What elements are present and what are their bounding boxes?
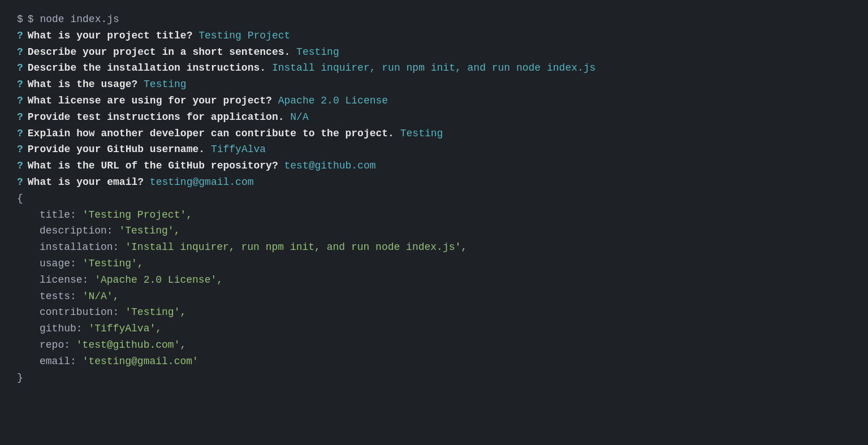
value-contribution: 'Testing', (125, 304, 186, 321)
key-email: email: (40, 353, 83, 370)
question-text-1: What is your project title? (28, 28, 198, 44)
answer-4: Testing (144, 76, 187, 93)
question-mark-4: ? (17, 76, 23, 93)
output-github: github: 'TiffyAlva', (17, 321, 851, 337)
prompt-description: ? Describe your project in a short sente… (17, 44, 851, 61)
question-mark-9: ? (17, 158, 23, 174)
question-text-4: What is the usage? (28, 76, 144, 93)
open-brace-line: { (17, 191, 851, 207)
answer-2: Testing (296, 44, 339, 61)
output-email: email: 'testing@gmail.com' (17, 353, 851, 370)
output-usage: usage: 'Testing', (17, 256, 851, 272)
prompt-github: ? Provide your GitHub username. TiffyAlv… (17, 141, 851, 158)
question-text-6: Provide test instructions for applicatio… (28, 109, 290, 126)
answer-3: Install inquirer, run npm init, and run … (272, 60, 596, 76)
output-installation: installation: 'Install inquirer, run npm… (17, 239, 851, 256)
answer-10: testing@gmail.com (150, 174, 254, 191)
close-brace-line: } (17, 370, 851, 386)
question-text-2: Describe your project in a short sentenc… (28, 44, 296, 61)
output-tests: tests: 'N/A', (17, 288, 851, 305)
question-text-7: Explain how another developer can contri… (28, 126, 400, 142)
terminal: $ $ node index.js ? What is your project… (17, 11, 851, 386)
question-mark-3: ? (17, 60, 23, 76)
command-text: $ node index.js (28, 11, 119, 28)
key-contribution: contribution: (40, 304, 125, 321)
key-installation: installation: (40, 239, 125, 256)
prompt-tests: ? Provide test instructions for applicat… (17, 109, 851, 126)
question-mark-8: ? (17, 141, 23, 158)
dollar-prompt: $ (17, 11, 23, 28)
value-tests: 'N/A', (83, 288, 119, 305)
answer-9: test@github.com (284, 158, 376, 174)
close-brace: } (17, 370, 23, 386)
value-email: 'testing@gmail.com' (83, 353, 198, 370)
answer-6: N/A (290, 109, 308, 126)
prompt-email: ? What is your email? testing@gmail.com (17, 174, 851, 191)
prompt-license: ? What license are using for your projec… (17, 93, 851, 109)
question-mark-1: ? (17, 28, 23, 44)
output-contribution: contribution: 'Testing', (17, 304, 851, 321)
value-license: 'Apache 2.0 License', (94, 272, 223, 288)
question-mark-5: ? (17, 93, 23, 109)
prompt-usage: ? What is the usage? Testing (17, 76, 851, 93)
output-title: title: 'Testing Project', (17, 207, 851, 223)
key-tests: tests: (40, 288, 83, 305)
value-description: 'Testing', (119, 223, 180, 239)
value-usage: 'Testing', (83, 256, 144, 272)
key-description: description: (40, 223, 119, 239)
question-text-9: What is the URL of the GitHub repository… (28, 158, 284, 174)
value-github: 'TiffyAlva', (88, 321, 162, 337)
open-brace: { (17, 191, 23, 207)
question-mark-2: ? (17, 44, 23, 61)
question-text-8: Provide your GitHub username. (28, 141, 211, 158)
answer-8: TiffyAlva (211, 141, 266, 158)
key-usage: usage: (40, 256, 83, 272)
key-repo: repo: (40, 337, 76, 353)
question-mark-7: ? (17, 126, 23, 142)
prompt-repo: ? What is the URL of the GitHub reposito… (17, 158, 851, 174)
prompt-installation: ? Describe the installation instructions… (17, 60, 851, 76)
key-license: license: (40, 272, 94, 288)
value-repo: 'test@github.com', (76, 337, 186, 353)
output-description: description: 'Testing', (17, 223, 851, 239)
key-title: title: (40, 207, 83, 223)
value-title: 'Testing Project', (83, 207, 192, 223)
question-text-10: What is your email? (28, 174, 150, 191)
question-mark-6: ? (17, 109, 23, 126)
answer-1: Testing Project (198, 28, 290, 44)
prompt-title: ? What is your project title? Testing Pr… (17, 28, 851, 44)
answer-7: Testing (400, 126, 443, 142)
value-installation: 'Install inquirer, run npm init, and run… (125, 239, 467, 256)
question-text-5: What license are using for your project? (28, 93, 278, 109)
output-license: license: 'Apache 2.0 License', (17, 272, 851, 288)
command-line: $ $ node index.js (17, 11, 851, 28)
question-mark-10: ? (17, 174, 23, 191)
question-text-3: Describe the installation instructions. (28, 60, 272, 76)
key-github: github: (40, 321, 88, 337)
prompt-contribution: ? Explain how another developer can cont… (17, 126, 851, 142)
answer-5: Apache 2.0 License (278, 93, 388, 109)
output-repo: repo: 'test@github.com', (17, 337, 851, 353)
